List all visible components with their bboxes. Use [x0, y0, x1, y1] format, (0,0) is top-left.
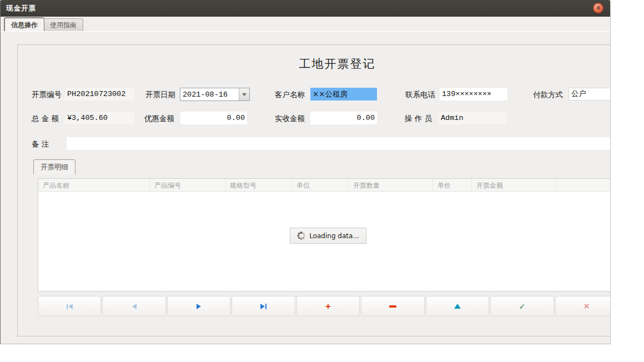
first-record-button[interactable] — [38, 296, 101, 316]
next-record-button[interactable] — [167, 296, 230, 316]
grid-header-row: 产品名称 产品编号 规格型号 单位 开票数量 单价 开票金额 — [38, 179, 611, 192]
customer-name-field[interactable]: ××公租房 — [310, 88, 377, 100]
operator-label: 操 作 员 — [405, 112, 432, 125]
tab-content-edge — [1, 31, 610, 32]
tab-invoice-detail[interactable]: 开票明细 — [33, 159, 76, 174]
invoice-date-dropdown-button[interactable] — [239, 88, 249, 100]
cancel-record-button[interactable]: × — [555, 296, 611, 316]
title-bar: 现金开票 ✕ — [1, 0, 610, 17]
discount-field[interactable] — [180, 112, 247, 124]
col-spec-model[interactable]: 规格型号 — [225, 179, 292, 191]
col-unit-price[interactable]: 单价 — [433, 179, 472, 191]
tab-user-guide[interactable]: 使用指南 — [43, 18, 83, 31]
col-invoice-amount[interactable]: 开票金额 — [472, 179, 557, 191]
close-icon[interactable]: ✕ — [593, 3, 603, 13]
invoice-form-panel: 工地开票登记 开票编号 PH20210723002 开票日期 客户名称 ××公租… — [17, 44, 611, 336]
invoice-date-combo — [180, 88, 250, 101]
phone-field[interactable] — [440, 88, 507, 100]
col-product-no[interactable]: 产品编号 — [150, 179, 225, 191]
total-field: ¥3,405.60 — [65, 112, 134, 124]
remark-label: 备 注 — [32, 137, 49, 150]
discount-label: 优惠金额 — [144, 112, 174, 125]
spinner-icon — [297, 232, 305, 240]
invoice-no-label: 开票编号 — [32, 88, 62, 101]
post-record-icon: ✓ — [519, 303, 525, 310]
invoice-date-input[interactable] — [180, 88, 239, 100]
insert-record-button[interactable]: + — [296, 296, 360, 316]
invoice-date-label: 开票日期 — [145, 88, 175, 101]
page-title: 工地开票登记 — [18, 56, 611, 72]
loading-text: Loading data... — [309, 232, 359, 240]
invoice-no-field: PH20210723002 — [65, 88, 134, 100]
next-record-icon — [197, 304, 201, 309]
record-navigator: + ✓ × — [38, 296, 611, 316]
window-title: 现金开票 — [1, 0, 610, 17]
edit-record-icon — [454, 304, 461, 309]
delete-record-icon — [389, 305, 396, 308]
last-record-icon — [260, 304, 265, 309]
operator-field: Admin — [439, 112, 506, 124]
post-record-button[interactable]: ✓ — [490, 296, 554, 316]
col-unit[interactable]: 单位 — [292, 179, 349, 191]
prior-record-icon — [132, 304, 137, 309]
prior-record-button[interactable] — [102, 296, 165, 316]
loading-indicator: Loading data... — [290, 228, 366, 244]
payment-field[interactable] — [568, 88, 611, 100]
remark-field[interactable] — [67, 137, 611, 150]
cancel-record-icon: × — [584, 301, 590, 311]
customer-label: 客户名称 — [275, 88, 305, 101]
chevron-down-icon — [242, 93, 246, 96]
delete-record-button[interactable] — [361, 296, 424, 316]
last-record-button[interactable] — [232, 296, 295, 316]
payment-label: 付款方式 — [533, 88, 563, 101]
received-field[interactable] — [310, 112, 377, 124]
edit-record-button[interactable] — [426, 296, 489, 316]
detail-grid: 产品名称 产品编号 规格型号 单位 开票数量 单价 开票金额 — [38, 178, 611, 291]
tab-info-operation[interactable]: 信息操作 — [4, 17, 44, 31]
phone-label: 联系电话 — [405, 88, 435, 101]
main-tab-strip: 信息操作 使用指南 — [1, 17, 610, 31]
first-record-icon — [67, 304, 68, 309]
col-invoice-qty[interactable]: 开票数量 — [349, 179, 433, 191]
cash-invoice-window: 现金开票 ✕ 信息操作 使用指南 工地开票登记 开票编号 PH202107230… — [0, 0, 611, 344]
insert-record-icon: + — [325, 301, 331, 311]
col-product-name[interactable]: 产品名称 — [38, 179, 150, 191]
col-blank — [557, 179, 611, 191]
total-label: 总 金 额 — [32, 112, 59, 125]
received-label: 实收金额 — [275, 112, 305, 125]
